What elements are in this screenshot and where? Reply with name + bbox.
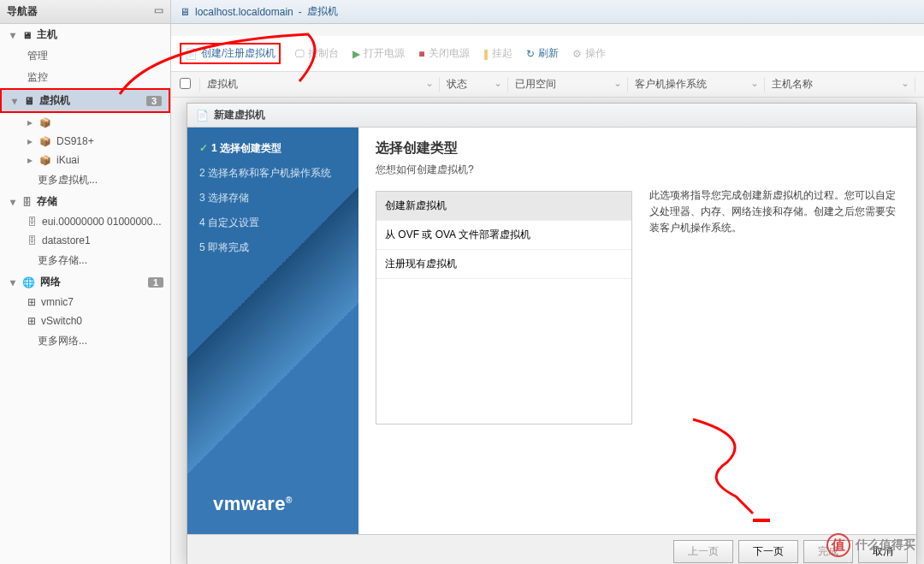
watermark-icon: 值	[826, 533, 850, 557]
console-icon: 🖵	[294, 48, 305, 60]
poweron-button[interactable]: ▶打开电源	[352, 46, 405, 61]
col-status[interactable]: 状态⌄	[440, 77, 508, 92]
step-heading: 选择创建类型	[376, 140, 632, 157]
collapse-icon[interactable]: ▭	[154, 4, 163, 16]
vm-count-badge: 3	[146, 96, 162, 106]
vswitch-icon: ⊞	[27, 315, 36, 327]
wizard-steps-nav: 1 选择创建类型 2 选择名称和客户机操作系统 3 选择存储 4 自定义设置 5…	[187, 128, 358, 534]
gear-icon: ⚙	[572, 48, 582, 60]
host-icon: 🖥	[180, 6, 190, 18]
vm-item-icon	[39, 116, 51, 128]
nav-vm-item[interactable]: ▸DS918+	[0, 132, 170, 151]
nav-vm-item[interactable]: ▸	[0, 113, 170, 132]
pause-icon: ‖	[483, 48, 489, 60]
console-button[interactable]: 🖵控制台	[294, 46, 339, 61]
nav-storage-item[interactable]: datastore1	[0, 231, 170, 250]
add-icon: 📄	[185, 48, 198, 60]
breadcrumb-host[interactable]: localhost.localdomain	[195, 6, 293, 18]
vmware-logo: vmware®	[213, 493, 293, 515]
prev-button[interactable]: 上一页	[673, 540, 733, 563]
new-vm-wizard-modal: 📄 新建虚拟机 1 选择创建类型 2 选择名称和客户机操作系统 3 选择存储 4…	[187, 103, 917, 564]
vm-icon: 🖥	[24, 95, 34, 107]
wizard-content: 选择创建类型 您想如何创建虚拟机? 创建新虚拟机 从 OVF 或 OVA 文件部…	[358, 128, 916, 534]
watermark-text: 什么值得买	[856, 537, 915, 553]
caret-icon: ▾	[12, 95, 19, 107]
option-register-existing[interactable]: 注册现有虚拟机	[376, 250, 631, 279]
sort-icon: ⌄	[494, 77, 502, 89]
create-vm-button[interactable]: 📄 创建/注册虚拟机	[180, 43, 281, 64]
stop-icon: ■	[418, 48, 424, 60]
navigator-sidebar: 导航器 ▭ ▾ 主机 管理 监控 ▾ 🖥 虚拟机 3 ▸ ▸DS918+ ▸iK…	[0, 0, 171, 564]
datastore-icon	[27, 216, 37, 228]
navigator-label: 导航器	[7, 5, 38, 17]
nav-vm-item[interactable]: ▸iKuai	[0, 151, 170, 169]
wizard-step-1[interactable]: 1 选择创建类型	[187, 136, 358, 161]
select-all-checkbox[interactable]	[180, 78, 191, 89]
nav-network[interactable]: ▾ 🌐 网络 1	[0, 271, 170, 293]
vm-item-icon	[39, 135, 51, 147]
poweroff-button[interactable]: ■关闭电源	[418, 46, 469, 61]
nic-icon: ⊞	[27, 296, 36, 308]
wizard-step-4[interactable]: 4 自定义设置	[187, 211, 358, 235]
watermark: 值 什么值得买	[826, 533, 915, 557]
sort-icon: ⌄	[750, 77, 759, 89]
caret-icon: ▾	[10, 196, 17, 208]
modal-title: 新建虚拟机	[214, 108, 265, 122]
nav-storage-item[interactable]: eui.00000000 01000000...	[0, 212, 170, 231]
play-icon: ▶	[352, 48, 360, 60]
col-guest[interactable]: 客户机操作系统⌄	[628, 77, 765, 92]
breadcrumb: 🖥 localhost.localdomain - 虚拟机	[171, 0, 924, 24]
sidebar-title: 导航器 ▭	[0, 0, 170, 24]
nav-net-item[interactable]: ⊞vmnic7	[0, 293, 170, 312]
network-label: 网络	[40, 275, 61, 289]
network-count-badge: 1	[148, 277, 163, 288]
sort-icon: ⌄	[901, 77, 909, 89]
storage-label: 存储	[37, 194, 57, 209]
option-description: 此选项将指导您完成创建新虚拟机的过程。您可以自定义处理器、内存、网络连接和存储。…	[649, 187, 899, 237]
host-icon	[22, 29, 32, 41]
nav-tree: ▾ 主机 管理 监控 ▾ 🖥 虚拟机 3 ▸ ▸DS918+ ▸iKuai 更多…	[0, 24, 170, 352]
refresh-button[interactable]: ↻刷新	[526, 46, 559, 61]
col-used[interactable]: 已用空间⌄	[508, 77, 628, 92]
refresh-icon: ↻	[526, 48, 535, 60]
nav-net-more[interactable]: 更多网络...	[0, 330, 170, 352]
vm-item-icon	[39, 154, 51, 166]
wizard-step-5[interactable]: 5 即将完成	[187, 235, 358, 260]
next-button[interactable]: 下一页	[738, 540, 798, 563]
nav-host[interactable]: ▾ 主机	[0, 24, 170, 45]
option-deploy-ovf-ova[interactable]: 从 OVF 或 OVA 文件部署虚拟机	[376, 221, 631, 250]
wizard-step-2[interactable]: 2 选择名称和客户机操作系统	[187, 161, 358, 186]
vm-table-header: 虚拟机⌄ 状态⌄ 已用空间⌄ 客户机操作系统⌄ 主机名称⌄	[171, 72, 924, 98]
col-hostname[interactable]: 主机名称⌄	[765, 77, 915, 92]
vm-label: 虚拟机	[39, 93, 70, 108]
nav-storage[interactable]: ▾ 存储	[0, 191, 170, 212]
creation-type-options: 创建新虚拟机 从 OVF 或 OVA 文件部署虚拟机 注册现有虚拟机	[376, 191, 632, 424]
option-create-new-vm[interactable]: 创建新虚拟机	[376, 192, 631, 221]
nav-storage-more[interactable]: 更多存储...	[0, 250, 170, 271]
modal-title-bar: 📄 新建虚拟机	[187, 104, 916, 128]
nav-vm[interactable]: ▾ 🖥 虚拟机 3	[0, 88, 170, 113]
storage-icon	[22, 196, 32, 208]
col-vm[interactable]: 虚拟机⌄	[200, 77, 440, 92]
datastore-icon	[27, 235, 37, 246]
wizard-step-3[interactable]: 3 选择存储	[187, 186, 358, 211]
breadcrumb-section: 虚拟机	[307, 4, 338, 19]
suspend-button[interactable]: ‖挂起	[483, 46, 512, 61]
nav-vm-more[interactable]: 更多虚拟机...	[0, 169, 170, 191]
nav-host-manage[interactable]: 管理	[0, 45, 170, 67]
step-subtitle: 您想如何创建虚拟机?	[376, 163, 632, 177]
host-label: 主机	[37, 27, 57, 42]
network-icon: 🌐	[22, 276, 35, 288]
nav-net-item[interactable]: ⊞vSwitch0	[0, 312, 170, 330]
toolbar: 📄 创建/注册虚拟机 🖵控制台 ▶打开电源 ■关闭电源 ‖挂起 ↻刷新 ⚙操作	[171, 36, 924, 72]
wizard-icon: 📄	[196, 110, 209, 122]
caret-icon: ▾	[10, 29, 17, 41]
nav-host-monitor[interactable]: 监控	[0, 67, 170, 88]
actions-button[interactable]: ⚙操作	[572, 46, 606, 61]
sort-icon: ⌄	[425, 77, 434, 89]
modal-footer: 上一页 下一页 完成 取消	[187, 534, 916, 564]
sort-icon: ⌄	[613, 77, 622, 89]
caret-icon: ▾	[10, 276, 17, 288]
